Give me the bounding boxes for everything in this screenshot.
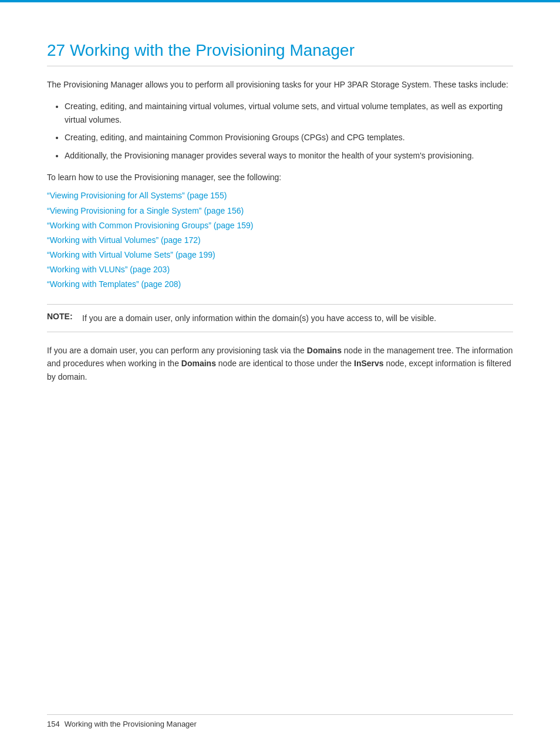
bullet-item-2: Creating, editing, and maintaining Commo… bbox=[65, 131, 513, 144]
note-label: NOTE: bbox=[47, 312, 76, 321]
link-viewing-all-systems[interactable]: “Viewing Provisioning for All Systems” (… bbox=[47, 188, 513, 203]
bullet-item-3: Additionally, the Provisioning manager p… bbox=[65, 149, 513, 162]
body-part1: If you are a domain user, you can perfor… bbox=[47, 346, 307, 355]
page-footer: 154 Working with the Provisioning Manage… bbox=[47, 714, 513, 728]
link-common-provisioning-groups[interactable]: “Working with Common Provisioning Groups… bbox=[47, 218, 513, 233]
bullet-item-1: Creating, editing, and maintaining virtu… bbox=[65, 100, 513, 126]
top-border-accent bbox=[0, 0, 560, 2]
bullet-list: Creating, editing, and maintaining virtu… bbox=[65, 100, 513, 162]
body-paragraph: If you are a domain user, you can perfor… bbox=[47, 344, 513, 383]
link-virtual-volumes[interactable]: “Working with Virtual Volumes” (page 172… bbox=[47, 233, 513, 248]
body-bold-domains-1: Domains bbox=[307, 346, 342, 355]
footer-page-number: 154 bbox=[47, 720, 60, 728]
section-lead-text: To learn how to use the Provisioning man… bbox=[47, 171, 513, 184]
footer-label: Working with the Provisioning Manager bbox=[65, 720, 197, 728]
chapter-title: 27 Working with the Provisioning Manager bbox=[47, 41, 513, 66]
link-virtual-volume-sets[interactable]: “Working with Virtual Volume Sets” (page… bbox=[47, 248, 513, 262]
note-box: NOTE: If you are a domain user, only inf… bbox=[47, 304, 513, 332]
link-templates[interactable]: “Working with Templates” (page 208) bbox=[47, 277, 513, 292]
link-vluns[interactable]: “Working with VLUNs” (page 203) bbox=[47, 262, 513, 277]
note-text: If you are a domain user, only informati… bbox=[82, 312, 436, 325]
link-viewing-single-system[interactable]: “Viewing Provisioning for a Single Syste… bbox=[47, 204, 513, 218]
intro-paragraph: The Provisioning Manager allows you to p… bbox=[47, 78, 513, 91]
links-section: “Viewing Provisioning for All Systems” (… bbox=[47, 188, 513, 292]
body-bold-inservs: InServs bbox=[354, 359, 384, 368]
body-part3: node are identical to those under the bbox=[216, 359, 354, 368]
page-container: 27 Working with the Provisioning Manager… bbox=[0, 0, 560, 746]
body-bold-domains-2: Domains bbox=[181, 359, 216, 368]
